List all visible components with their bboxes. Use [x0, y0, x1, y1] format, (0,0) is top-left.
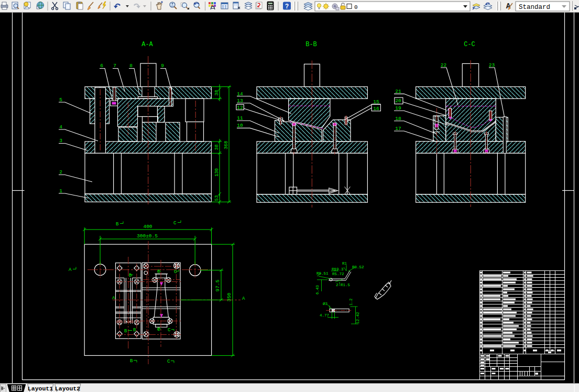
svg-text:A: A [112, 296, 115, 301]
svg-text:6: 6 [100, 63, 103, 69]
svg-text:Ø3: Ø3 [323, 302, 328, 306]
svg-text:C: C [173, 221, 177, 226]
svg-text:22: 22 [441, 62, 447, 68]
svg-text:Layout2: Layout2 [55, 385, 80, 392]
svg-text:C: C [167, 359, 170, 364]
svg-text:18: 18 [395, 116, 401, 122]
svg-text:R1: R1 [342, 262, 347, 266]
svg-text:15: 15 [373, 99, 379, 105]
svg-text:C: C [174, 269, 177, 275]
svg-text:53: 53 [214, 195, 220, 201]
svg-text:8: 8 [129, 63, 133, 69]
svg-text:A: A [69, 267, 72, 273]
svg-text:16: 16 [373, 106, 379, 112]
svg-text:R0.51: R0.51 [316, 271, 329, 276]
svg-text:A: A [242, 296, 245, 301]
svg-text:20: 20 [395, 98, 401, 104]
svg-text:?: ? [285, 3, 289, 10]
svg-text:300±0.5: 300±0.5 [137, 233, 158, 239]
svg-text:368: 368 [224, 141, 229, 149]
svg-text:3: 3 [59, 138, 62, 144]
svg-text:9: 9 [161, 63, 164, 69]
svg-text:5: 5 [59, 97, 62, 103]
svg-text:C: C [157, 269, 160, 275]
svg-text:13: 13 [237, 98, 243, 104]
svg-text:R0.52: R0.52 [352, 265, 364, 269]
svg-text:Layout1: Layout1 [28, 385, 53, 392]
svg-text:B: B [124, 329, 127, 334]
svg-text:B: B [116, 222, 119, 227]
svg-text:0: 0 [354, 4, 358, 10]
svg-text:4: 4 [59, 124, 62, 130]
svg-text:14: 14 [237, 91, 243, 97]
svg-text:19: 19 [395, 105, 401, 111]
svg-text:C: C [157, 327, 160, 332]
svg-text:12: 12 [237, 105, 243, 111]
svg-text:D: D [129, 273, 132, 278]
svg-text:7: 7 [113, 63, 116, 69]
svg-text:1: 1 [59, 188, 62, 194]
svg-text:C: C [168, 328, 171, 333]
svg-text:17: 17 [395, 126, 401, 132]
svg-text:350: 350 [226, 292, 232, 301]
svg-text:130: 130 [214, 168, 220, 177]
svg-text:23: 23 [489, 62, 495, 68]
svg-text:21: 21 [395, 89, 401, 94]
svg-text:38: 38 [214, 90, 220, 96]
svg-text:B: B [133, 328, 136, 333]
svg-text:B-B: B-B [305, 41, 317, 48]
svg-text:1.2: 1.2 [349, 298, 353, 306]
svg-text:6.43: 6.43 [315, 285, 320, 295]
svg-text:11: 11 [237, 115, 243, 121]
svg-text:B: B [130, 358, 133, 364]
svg-text:10: 10 [237, 123, 243, 128]
svg-text:Standard: Standard [519, 4, 550, 11]
svg-text:2-R1.5: 2-R1.5 [336, 283, 351, 287]
svg-text:4.77: 4.77 [320, 313, 329, 318]
svg-text:97.5: 97.5 [215, 279, 221, 291]
svg-text:A-A: A-A [141, 41, 153, 48]
svg-text:2: 2 [59, 169, 62, 175]
svg-text:400: 400 [143, 224, 152, 230]
svg-text:R19.3: R19.3 [332, 267, 344, 271]
svg-text:R5.72: R5.72 [332, 272, 344, 276]
svg-text:38: 38 [214, 145, 220, 150]
svg-text:C-C: C-C [464, 41, 475, 48]
svg-text:12.42: 12.42 [356, 312, 360, 324]
